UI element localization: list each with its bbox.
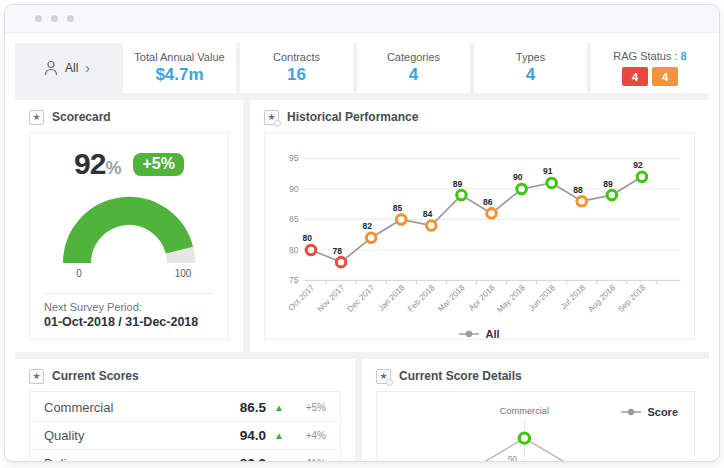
score-row: 92% +5%: [44, 147, 214, 181]
chart-point-label: 90: [513, 172, 523, 182]
score-value: 92: [74, 147, 105, 180]
kpi-value: 4: [409, 65, 418, 85]
score-delta: +5%: [292, 402, 326, 413]
window-control-icon[interactable]: [67, 15, 74, 22]
svg-text:Aug 2018: Aug 2018: [586, 283, 617, 314]
kpi-total-annual-value: Total Annual Value $4.7m: [123, 43, 236, 93]
chart-data-point: [607, 190, 617, 200]
chart-point-label: 89: [453, 179, 463, 189]
panel-title: Current Scores: [52, 369, 139, 383]
rag-amber-badge[interactable]: 4: [652, 67, 678, 86]
kpi-label: Categories: [387, 51, 440, 63]
chart-data-point: [427, 221, 437, 231]
star-magnifier-icon: ★: [376, 369, 391, 384]
svg-text:85: 85: [289, 214, 299, 224]
radar-chart-card: Commercial 50 Score: [376, 391, 695, 462]
panel-title: Scorecard: [52, 110, 111, 124]
star-icon: ★: [29, 110, 44, 125]
chevron-right-icon: ›: [85, 61, 90, 75]
chart-data-point: [457, 190, 467, 200]
kpi-types: Types 4: [474, 43, 587, 93]
historical-title-row: ★ Historical Performance: [264, 108, 695, 126]
historical-line-chart[interactable]: 9590858075Oct 2017Nov 2017Dec 2017Jan 20…: [271, 137, 688, 321]
chart-legend-all[interactable]: All: [271, 325, 688, 340]
star-icon: ★: [29, 369, 44, 384]
svg-text:May 2018: May 2018: [495, 283, 527, 315]
current-scores-panel: ★ Current Scores Commercial 86.5 ▲ +5% Q…: [15, 359, 355, 462]
svg-text:Apr 2018: Apr 2018: [467, 283, 497, 313]
top-row: ★ Scorecard 92% +5% 0100 Next Survey Per…: [15, 100, 709, 352]
chart-point-label: 91: [543, 166, 553, 176]
kpi-value: 16: [287, 65, 306, 85]
chart-point-label: 80: [302, 233, 312, 243]
svg-text:Jan 2018: Jan 2018: [377, 283, 407, 313]
current-score-details-panel: ★ Current Score Details Commercial 50: [362, 359, 709, 462]
legend-marker-icon: [621, 408, 641, 416]
score-value: 94.0: [226, 428, 266, 443]
panel-title: Historical Performance: [287, 110, 418, 124]
divider: [44, 293, 214, 294]
score-value: 86.5: [226, 400, 266, 415]
svg-text:Sep 2018: Sep 2018: [616, 283, 647, 314]
current-scores-title-row: ★ Current Scores: [29, 367, 341, 385]
score-value: 86.3: [226, 456, 266, 462]
svg-text:90: 90: [289, 184, 299, 194]
trend-arrow-icon: ▼: [266, 458, 292, 462]
score-row-commercial[interactable]: Commercial 86.5 ▲ +5%: [30, 394, 340, 422]
rag-red-badge[interactable]: 4: [622, 67, 648, 86]
kpi-band: All › Total Annual Value $4.7m Contracts…: [15, 43, 709, 93]
svg-text:Dec 2017: Dec 2017: [346, 283, 377, 314]
rag-total: 8: [681, 50, 687, 62]
kpi-value: $4.7m: [155, 65, 203, 85]
svg-text:Feb 2018: Feb 2018: [406, 283, 437, 314]
svg-text:80: 80: [289, 245, 299, 255]
svg-text:Jun 2018: Jun 2018: [527, 283, 557, 313]
historical-performance-panel: ★ Historical Performance 9590858075Oct 2…: [250, 100, 709, 352]
legend-label: All: [485, 328, 499, 340]
chart-data-point: [306, 245, 316, 255]
scorecard-card: 92% +5% 0100 Next Survey Period: 01-Oct-…: [29, 132, 229, 340]
kpi-rag-status: RAG Status : 8 4 4: [591, 43, 709, 93]
svg-text:Oct 2017: Oct 2017: [287, 283, 317, 313]
historical-chart-card: 9590858075Oct 2017Nov 2017Dec 2017Jan 20…: [264, 132, 695, 340]
person-icon: [44, 60, 58, 76]
kpi-label: Contracts: [273, 51, 320, 63]
svg-text:95: 95: [289, 153, 299, 163]
chart-data-point: [336, 257, 346, 267]
radar-tick-label: 50: [508, 454, 518, 462]
chart-data-point: [517, 184, 527, 194]
chart-point-label: 84: [423, 209, 433, 219]
chart-point-label: 88: [573, 185, 583, 195]
current-scores-card: Commercial 86.5 ▲ +5% Quality 94.0 ▲ +4%…: [29, 391, 341, 462]
chart-point-label: 92: [633, 160, 643, 170]
dashboard: All › Total Annual Value $4.7m Contracts…: [15, 43, 709, 462]
kpi-label: Types: [516, 51, 545, 63]
window-control-icon[interactable]: [35, 15, 42, 22]
trend-arrow-icon: ▲: [266, 402, 292, 413]
window-control-icon[interactable]: [51, 15, 58, 22]
score-gauge: 0100: [44, 185, 214, 285]
radar-data-point: [519, 433, 529, 443]
scope-filter-label: All: [65, 61, 78, 75]
scorecard-title-row: ★ Scorecard: [29, 108, 229, 126]
chart-data-point: [637, 172, 647, 182]
chart-point-label: 82: [363, 221, 373, 231]
svg-text:Jul 2018: Jul 2018: [559, 283, 587, 311]
bottom-row: ★ Current Scores Commercial 86.5 ▲ +5% Q…: [15, 359, 709, 462]
svg-text:75: 75: [289, 275, 299, 285]
kpi-categories: Categories 4: [357, 43, 470, 93]
score-row-quality[interactable]: Quality 94.0 ▲ +4%: [30, 422, 340, 450]
scope-filter-dropdown[interactable]: All ›: [15, 43, 119, 93]
window-titlebar: [5, 5, 719, 33]
svg-text:0: 0: [76, 268, 82, 279]
rag-status-label: RAG Status : 8: [613, 50, 686, 62]
score-row-delivery[interactable]: Delivery 86.3 ▼ -11%: [30, 450, 340, 462]
panel-title: Current Score Details: [399, 369, 522, 383]
chart-data-point: [487, 209, 497, 219]
chart-legend-score[interactable]: Score: [621, 406, 678, 418]
legend-label: Score: [647, 406, 678, 418]
chart-point-label: 78: [333, 246, 343, 256]
star-clock-icon: ★: [264, 110, 279, 125]
radar-axis-label: Commercial: [500, 406, 549, 416]
svg-text:100: 100: [175, 268, 192, 279]
